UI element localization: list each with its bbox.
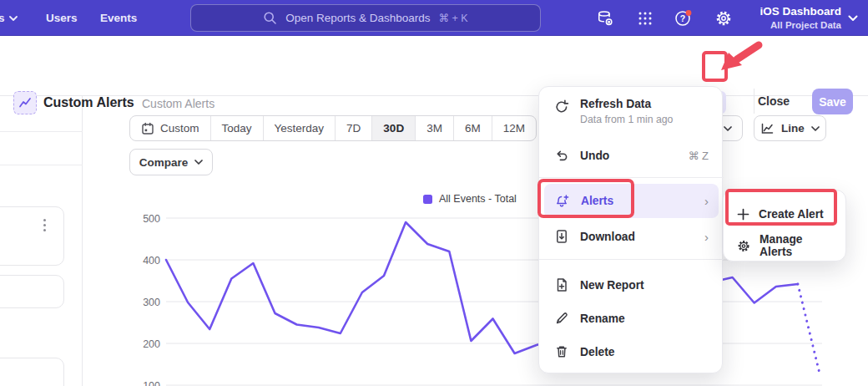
search-icon: [263, 11, 277, 25]
download-icon: [554, 229, 569, 244]
refresh-icon: [554, 99, 569, 114]
chevron-down-icon: [9, 16, 18, 21]
plus-icon: [737, 208, 749, 221]
alert-bell-plus-icon: [554, 194, 570, 209]
chevron-down-icon: [724, 126, 732, 131]
chevron-down-icon: [848, 15, 858, 22]
menu-subtitle: Data from 1 min ago: [580, 114, 673, 125]
date-range-selector: Custom Today Yesterday 7D 30D 3M 6M 12M: [129, 115, 537, 141]
svg-text:?: ?: [680, 13, 685, 23]
save-button[interactable]: Save: [812, 89, 853, 114]
undo-icon: [554, 148, 569, 163]
settings-gear-icon[interactable]: [713, 8, 734, 29]
range-3m[interactable]: 3M: [416, 116, 454, 140]
nav-item-cutoff[interactable]: s: [0, 0, 18, 36]
breadcrumb: Custom Alerts: [142, 97, 214, 110]
svg-text:500: 500: [143, 213, 160, 225]
apps-grid-icon[interactable]: [634, 8, 656, 29]
range-yesterday[interactable]: Yesterday: [264, 116, 336, 140]
project-name: iOS Dashboard: [760, 5, 841, 19]
line-chart-icon: [760, 122, 775, 135]
menu-item-new-report[interactable]: New Report: [539, 269, 724, 301]
menu-item-delete[interactable]: Delete: [539, 336, 724, 368]
range-custom[interactable]: Custom: [130, 116, 211, 140]
more-options-menu: Refresh Data Data from 1 min ago Undo ⌘ …: [538, 86, 723, 373]
chart-type-button[interactable]: Line: [754, 115, 826, 141]
svg-text:100: 100: [143, 380, 160, 386]
submenu-chevron-icon: ›: [704, 194, 709, 208]
menu-item-download[interactable]: Download ›: [539, 221, 724, 252]
sidebar-card[interactable]: [0, 358, 64, 386]
close-button[interactable]: Close: [758, 94, 790, 108]
range-6m[interactable]: 6M: [454, 116, 492, 140]
help-icon[interactable]: ?: [673, 8, 694, 29]
project-switcher[interactable]: iOS Dashboard All Project Data: [760, 0, 858, 36]
range-today[interactable]: Today: [211, 116, 264, 140]
submenu-item-manage-alerts[interactable]: Manage Alerts: [724, 231, 847, 261]
range-12m[interactable]: 12M: [492, 116, 536, 140]
pencil-icon: [554, 311, 569, 326]
left-sidebar: [0, 96, 83, 386]
menu-item-refresh-data[interactable]: Refresh Data Data from 1 min ago: [539, 95, 724, 132]
search-input[interactable]: Open Reports & Dashboards ⌘ + K: [190, 4, 541, 32]
new-report-icon: [554, 277, 569, 292]
trash-icon: [554, 344, 569, 359]
svg-text:400: 400: [143, 255, 160, 267]
search-placeholder: Open Reports & Dashboards: [285, 12, 430, 24]
header-divider: [754, 89, 754, 114]
svg-text:300: 300: [143, 297, 160, 308]
nav-item-events[interactable]: Events: [100, 0, 137, 36]
legend-label: All Events - Total: [439, 193, 517, 205]
page-title: Custom Alerts: [43, 95, 134, 110]
menu-item-undo[interactable]: Undo ⌘ Z: [539, 139, 724, 172]
kebab-menu-icon[interactable]: [41, 216, 48, 234]
calendar-icon: [141, 122, 154, 135]
nav-item-users[interactable]: Users: [46, 0, 78, 36]
chart-legend: All Events - Total: [423, 193, 517, 205]
svg-text:200: 200: [143, 338, 160, 350]
legend-swatch: [423, 195, 432, 204]
undo-shortcut: ⌘ Z: [688, 150, 709, 162]
menu-item-rename[interactable]: Rename: [539, 302, 724, 334]
range-30d-selected[interactable]: 30D: [372, 116, 416, 140]
sidebar-card[interactable]: [0, 206, 64, 266]
chevron-down-icon: [194, 160, 203, 165]
submenu-chevron-icon: ›: [704, 230, 709, 244]
chevron-down-icon: [811, 126, 820, 131]
range-7d[interactable]: 7D: [336, 116, 372, 140]
alerts-submenu: Create Alert Manage Alerts: [723, 190, 846, 262]
compare-button[interactable]: Compare: [129, 149, 213, 175]
report-type-icon: [13, 91, 37, 114]
submenu-item-create-alert[interactable]: Create Alert: [724, 197, 847, 231]
app-screen: 500400300200100 All Events - Total s Use…: [0, 0, 868, 386]
menu-label: Refresh Data: [580, 98, 673, 110]
data-management-icon[interactable]: [594, 8, 616, 29]
menu-item-alerts[interactable]: Alerts ›: [539, 184, 724, 218]
top-nav: s Users Events Open Reports & Dashboards…: [0, 0, 868, 36]
search-shortcut: ⌘ + K: [439, 12, 468, 24]
report-header: Custom Alerts Custom Alerts GV Duplicate…: [0, 36, 868, 96]
project-scope: All Project Data: [760, 19, 841, 31]
gear-icon: [737, 239, 750, 253]
sidebar-card[interactable]: [0, 275, 64, 308]
